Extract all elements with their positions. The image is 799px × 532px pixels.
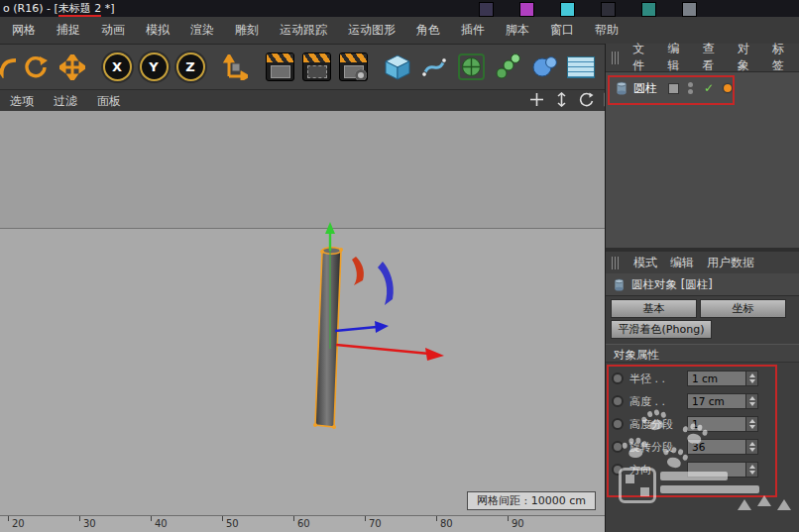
x-axis-lock-button[interactable]: X (100, 50, 134, 85)
stepper-down-icon[interactable] (749, 402, 755, 406)
orientation-field[interactable] (687, 462, 758, 478)
z-axis-lock-button[interactable]: Z (173, 50, 207, 85)
tab-basic[interactable]: 基本 (611, 299, 697, 318)
rotate-band-red[interactable] (352, 257, 364, 285)
subdivision-surface-button[interactable] (454, 50, 488, 85)
coordinate-system-icon (222, 54, 248, 80)
stepper-up-icon[interactable] (749, 373, 755, 377)
undo-button[interactable] (0, 50, 16, 85)
om-menu-file[interactable]: 文件 (632, 41, 654, 74)
y-axis-lock-button[interactable]: Y (137, 50, 171, 85)
menu-motion-tracker[interactable]: 运动跟踪 (280, 22, 327, 39)
titlebar-thumbnails (479, 2, 697, 17)
move-tool-button[interactable] (56, 50, 89, 85)
cylinder-object[interactable] (313, 248, 343, 429)
property-label: 半径 . . (629, 372, 687, 386)
stepper-up-icon[interactable] (749, 465, 755, 469)
material-tag-icon[interactable] (724, 84, 732, 92)
keyframe-circle-icon[interactable] (612, 441, 624, 453)
object-manager[interactable]: 圆柱 ✓ (606, 71, 799, 249)
menu-character[interactable]: 角色 (416, 22, 440, 39)
menu-mesh[interactable]: 网格 (12, 22, 36, 39)
tab-phong[interactable]: 平滑着色(Phong) (611, 320, 712, 339)
3d-viewport[interactable]: 网格间距 : 10000 cm (0, 111, 605, 515)
property-label: 高度 . . (629, 394, 687, 409)
radius-field[interactable]: 1 cm (687, 371, 758, 386)
keyframe-circle-icon[interactable] (612, 395, 624, 407)
height-segments-field[interactable]: 1 (687, 416, 758, 432)
stepper-up-icon[interactable] (749, 442, 755, 446)
render-region-button[interactable] (299, 50, 333, 85)
property-row-rotation-segments: 旋转分段 36 (612, 439, 774, 455)
stepper-control[interactable] (745, 463, 757, 477)
am-menu-userdata[interactable]: 用户数据 (707, 255, 754, 271)
rotate-band-blue[interactable] (378, 262, 394, 305)
cloner-button[interactable] (491, 50, 524, 85)
stepper-control[interactable] (745, 372, 757, 385)
layer-swatch-icon[interactable] (668, 83, 679, 94)
pan-icon[interactable] (529, 92, 544, 107)
viewport-menu-filter[interactable]: 过滤 (54, 93, 77, 110)
keyframe-circle-icon[interactable] (612, 418, 624, 430)
timeline-ruler[interactable]: 20 30 40 50 60 70 80 90 (0, 515, 605, 532)
visibility-dots-icon[interactable] (688, 82, 693, 94)
rotate-icon[interactable] (579, 92, 594, 107)
menu-render[interactable]: 渲染 (190, 22, 214, 39)
menu-window[interactable]: 窗口 (550, 22, 574, 39)
tab-coordinates[interactable]: 坐标 (700, 299, 786, 318)
stepper-down-icon[interactable] (749, 471, 755, 475)
menu-help[interactable]: 帮助 (595, 22, 619, 39)
am-menu-edit[interactable]: 编辑 (670, 255, 694, 271)
coordinate-system-button[interactable] (218, 50, 252, 85)
stepper-up-icon[interactable] (749, 396, 755, 400)
menu-script[interactable]: 脚本 (506, 22, 529, 39)
metaball-button[interactable] (527, 50, 561, 85)
viewport-menu-panel[interactable]: 面板 (97, 93, 121, 110)
height-field[interactable]: 17 cm (687, 393, 758, 409)
enabled-check-icon[interactable]: ✓ (704, 81, 714, 95)
menu-mograph[interactable]: 运动图形 (348, 22, 396, 39)
thumbnail-swatch (601, 2, 616, 17)
object-row-cylinder[interactable]: 圆柱 ✓ (615, 79, 732, 97)
render-view-icon (266, 53, 294, 81)
keyframe-circle-icon[interactable] (612, 464, 624, 476)
render-view-button[interactable] (263, 50, 296, 85)
stepper-down-icon[interactable] (749, 425, 755, 429)
stepper-up-icon[interactable] (749, 419, 755, 423)
panel-grip-icon[interactable] (612, 52, 620, 64)
menu-animate[interactable]: 动画 (101, 22, 125, 39)
am-menu-mode[interactable]: 模式 (633, 255, 657, 271)
ruler-tick: 40 (155, 518, 168, 529)
z-axis-handle[interactable] (335, 321, 389, 333)
render-region-icon (302, 53, 331, 81)
attribute-object-title: 圆柱对象 [圆柱] (606, 273, 799, 296)
array-button[interactable] (564, 50, 598, 85)
om-menu-view[interactable]: 查看 (703, 41, 725, 74)
menu-plugins[interactable]: 插件 (461, 22, 485, 39)
window-title-prefix: o (R16) - [ (3, 2, 58, 15)
om-menu-object[interactable]: 对象 (738, 41, 759, 74)
add-primitive-button[interactable] (381, 50, 414, 85)
keyframe-circle-icon[interactable] (612, 372, 624, 384)
zoom-icon[interactable] (554, 92, 569, 107)
x-axis-handle[interactable] (336, 345, 444, 361)
render-settings-button[interactable] (336, 50, 370, 85)
panel-grip-icon[interactable] (612, 257, 621, 269)
array-grid-icon (567, 56, 595, 78)
stepper-control[interactable] (745, 440, 757, 454)
menu-simulate[interactable]: 模拟 (146, 22, 170, 39)
stepper-control[interactable] (745, 394, 757, 408)
stepper-down-icon[interactable] (749, 448, 755, 452)
menu-sculpt[interactable]: 雕刻 (235, 22, 259, 39)
stepper-control[interactable] (745, 417, 757, 431)
stepper-down-icon[interactable] (749, 379, 755, 383)
window-title-suffix: *] (101, 2, 114, 15)
z-axis-lock-icon: Z (176, 53, 205, 81)
om-menu-edit[interactable]: 编辑 (667, 41, 689, 74)
om-menu-tags[interactable]: 标签 (772, 41, 794, 74)
viewport-menu-options[interactable]: 选项 (10, 93, 34, 110)
redo-button[interactable] (19, 50, 53, 85)
rotation-segments-field[interactable]: 36 (687, 439, 758, 455)
menu-snap[interactable]: 捕捉 (57, 22, 80, 39)
add-spline-button[interactable] (417, 50, 451, 85)
